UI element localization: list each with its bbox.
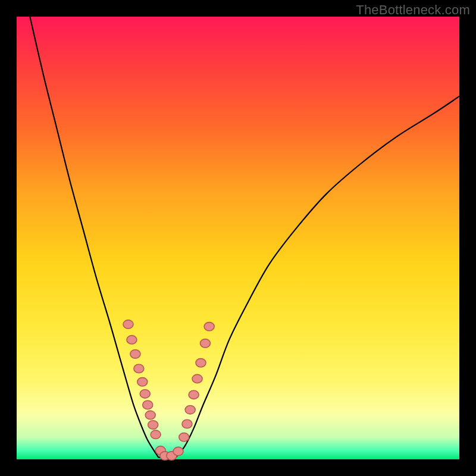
- data-marker: [196, 359, 206, 367]
- data-marker: [200, 339, 210, 347]
- data-marker: [143, 400, 153, 409]
- data-marker: [148, 421, 158, 429]
- data-marker: [145, 411, 155, 419]
- chart-root: TheBottleneck.com: [0, 0, 476, 476]
- data-marker: [140, 390, 150, 398]
- data-marker: [127, 336, 137, 344]
- data-marker: [137, 378, 148, 386]
- data-marker: [179, 433, 189, 441]
- data-marker: [204, 322, 214, 331]
- data-marker: [130, 350, 140, 358]
- chart-svg: [17, 17, 459, 459]
- data-marker: [123, 320, 133, 328]
- markers-group: [123, 320, 214, 460]
- data-marker: [185, 405, 195, 414]
- data-marker: [173, 447, 183, 455]
- data-marker: [182, 419, 192, 428]
- right-curve-path: [176, 96, 459, 457]
- data-marker: [192, 374, 202, 383]
- left-curve-path: [30, 17, 158, 457]
- data-marker: [151, 430, 161, 439]
- watermark-text: TheBottleneck.com: [356, 2, 470, 18]
- data-marker: [134, 364, 144, 372]
- data-marker: [189, 390, 199, 399]
- plot-area: [17, 17, 459, 459]
